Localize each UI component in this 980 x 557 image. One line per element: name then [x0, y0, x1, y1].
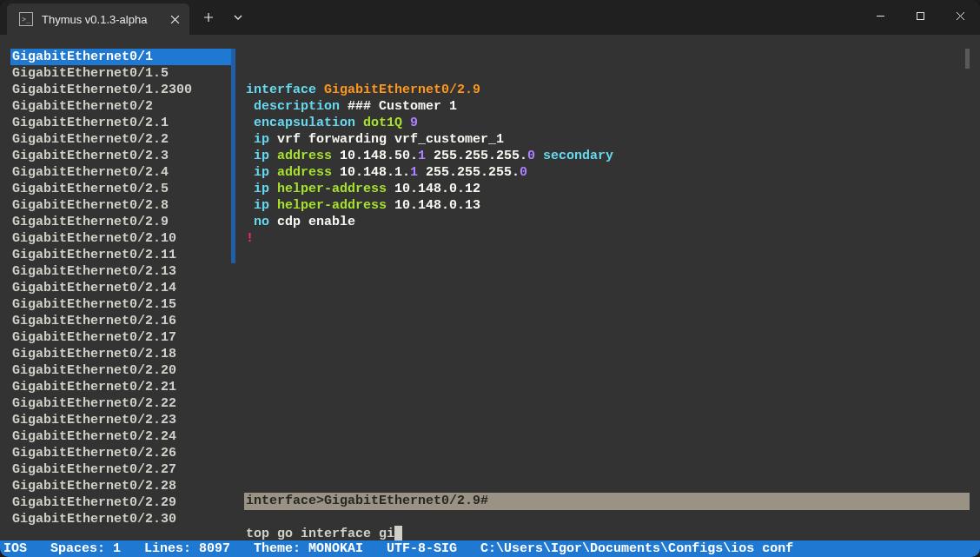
editor-line: interface GigabitEthernet0/2.9	[246, 82, 970, 98]
sidebar-item[interactable]: GigabitEthernet0/2.5	[10, 181, 235, 197]
sidebar-item[interactable]: GigabitEthernet0/2.27	[10, 461, 235, 478]
editor-line: ip helper-address 10.148.0.12	[246, 181, 970, 197]
editor-line: !	[246, 230, 970, 247]
sidebar-item[interactable]: GigabitEthernet0/2.21	[10, 379, 235, 395]
minimize-button[interactable]	[860, 0, 900, 31]
sidebar-item[interactable]: GigabitEthernet0/2.18	[10, 346, 235, 362]
sidebar-item[interactable]: GigabitEthernet0/1.2300	[10, 82, 235, 98]
breadcrumb: interface>GigabitEthernet0/2.9#	[244, 493, 970, 510]
sidebar-item[interactable]: GigabitEthernet0/2.13	[10, 263, 235, 280]
sidebar-scrollbar[interactable]	[231, 49, 235, 263]
status-bar: IOS Spaces: 1 Lines: 8097 Theme: MONOKAI…	[0, 540, 980, 557]
editor-line: ip address 10.148.1.1 255.255.255.0	[246, 164, 970, 181]
editor-line: no cdp enable	[246, 214, 970, 230]
config-editor[interactable]: interface GigabitEthernet0/2.9 descripti…	[244, 49, 970, 493]
sidebar-item[interactable]: GigabitEthernet0/2.17	[10, 329, 235, 346]
sidebar-item[interactable]: GigabitEthernet0/2.11	[10, 247, 235, 263]
new-tab-button[interactable]	[193, 3, 224, 31]
editor-line: ip address 10.148.50.1 255.255.255.0 sec…	[246, 148, 970, 164]
sidebar-item[interactable]: GigabitEthernet0/2.16	[10, 313, 235, 329]
close-icon[interactable]	[169, 13, 181, 25]
titlebar: >_ Thymus v0.1.3-alpha	[0, 0, 980, 35]
sidebar-item[interactable]: GigabitEthernet0/2.8	[10, 197, 235, 214]
editor-line: ip helper-address 10.148.0.13	[246, 197, 970, 214]
terminal-window: >_ Thymus v0.1.3-alpha Gi	[0, 0, 980, 557]
sidebar-item[interactable]: GigabitEthernet0/1	[10, 49, 235, 65]
sidebar-item[interactable]: GigabitEthernet0/2.22	[10, 395, 235, 412]
main-panel: interface GigabitEthernet0/2.9 descripti…	[244, 49, 970, 543]
editor-line: ip vrf forwarding vrf_customer_1	[246, 131, 970, 148]
maximize-button[interactable]	[900, 0, 940, 31]
svg-rect-0	[917, 12, 924, 19]
interface-sidebar[interactable]: GigabitEthernet0/1GigabitEthernet0/1.5Gi…	[10, 49, 235, 543]
window-close-button[interactable]	[940, 0, 980, 31]
editor-line: encapsulation dot1Q 9	[246, 115, 970, 131]
sidebar-item[interactable]: GigabitEthernet0/2.15	[10, 296, 235, 313]
app-body: GigabitEthernet0/1GigabitEthernet0/1.5Gi…	[0, 35, 980, 557]
editor-scrollbar[interactable]	[965, 49, 970, 69]
sidebar-item[interactable]: GigabitEthernet0/2.2	[10, 131, 235, 148]
sidebar-item[interactable]: GigabitEthernet0/2.14	[10, 280, 235, 296]
sidebar-item[interactable]: GigabitEthernet0/2.28	[10, 478, 235, 494]
window-controls	[860, 0, 980, 31]
sidebar-item[interactable]: GigabitEthernet0/2.29	[10, 494, 235, 511]
sidebar-item[interactable]: GigabitEthernet0/2.24	[10, 428, 235, 445]
command-input[interactable]: top go interface gi	[246, 527, 402, 541]
sidebar-item[interactable]: GigabitEthernet0/2.9	[10, 214, 235, 230]
editor-line: description ### Customer 1	[246, 98, 970, 115]
sidebar-item[interactable]: GigabitEthernet0/2.1	[10, 115, 235, 131]
sidebar-item[interactable]: GigabitEthernet0/2.3	[10, 148, 235, 164]
sidebar-item[interactable]: GigabitEthernet0/1.5	[10, 65, 235, 82]
content-area: GigabitEthernet0/1GigabitEthernet0/1.5Gi…	[10, 49, 970, 543]
terminal-app-icon: >_	[19, 12, 33, 26]
tab-dropdown-button[interactable]	[224, 3, 252, 31]
tab-title: Thymus v0.1.3-alpha	[42, 13, 160, 26]
sidebar-item[interactable]: GigabitEthernet0/2.26	[10, 445, 235, 461]
sidebar-item[interactable]: GigabitEthernet0/2.23	[10, 412, 235, 428]
sidebar-item[interactable]: GigabitEthernet0/2.20	[10, 362, 235, 379]
sidebar-item[interactable]: GigabitEthernet0/2.4	[10, 164, 235, 181]
tab-active[interactable]: >_ Thymus v0.1.3-alpha	[7, 3, 189, 35]
sidebar-item[interactable]: GigabitEthernet0/2	[10, 98, 235, 115]
sidebar-item[interactable]: GigabitEthernet0/2.30	[10, 511, 235, 527]
text-cursor	[394, 526, 402, 540]
sidebar-item[interactable]: GigabitEthernet0/2.10	[10, 230, 235, 247]
command-area[interactable]: top go interface gi	[244, 510, 970, 543]
